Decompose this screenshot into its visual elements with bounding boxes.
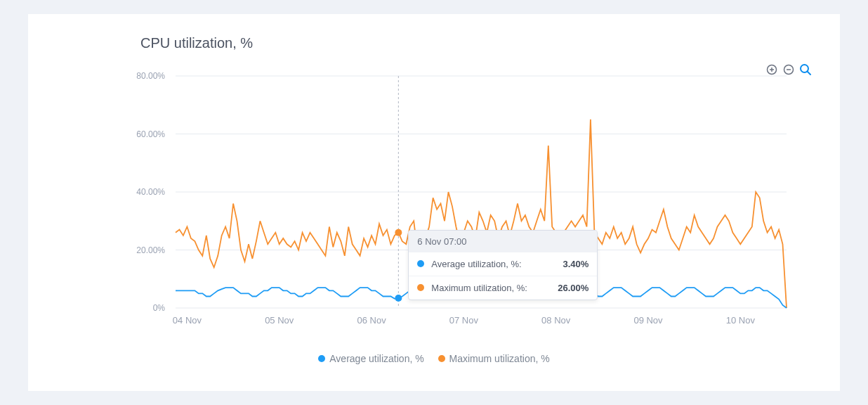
tooltip-row-max: Maximum utilization, %: 26.00% (409, 276, 597, 300)
dot-icon (438, 355, 445, 362)
tooltip-avg-label: Average utilization, %: (431, 259, 555, 269)
dot-icon (318, 355, 325, 362)
tooltip-avg-value: 3.40% (563, 259, 588, 269)
chart-tooltip: 6 Nov 07:00 Average utilization, %: 3.40… (408, 230, 598, 300)
chart-panel: CPU utilization, % 0%20.00%40.00%60.00%8… (28, 14, 840, 391)
svg-text:60.00%: 60.00% (136, 129, 165, 139)
svg-text:05 Nov: 05 Nov (265, 315, 294, 326)
dot-icon (417, 260, 424, 267)
tooltip-max-label: Maximum utilization, %: (431, 283, 551, 293)
legend-item-avg[interactable]: Average utilization, % (318, 353, 423, 364)
chart-legend: Average utilization, % Maximum utilizati… (56, 353, 812, 364)
svg-point-25 (395, 229, 402, 236)
dot-icon (417, 284, 424, 291)
chart-area[interactable]: 0%20.00%40.00%60.00%80.00%04 Nov05 Nov06… (56, 69, 812, 350)
tooltip-row-avg: Average utilization, %: 3.40% (409, 252, 597, 276)
svg-text:08 Nov: 08 Nov (541, 315, 571, 326)
tooltip-time: 6 Nov 07:00 (409, 231, 597, 252)
svg-text:80.00%: 80.00% (136, 71, 165, 81)
tooltip-max-value: 26.00% (558, 283, 588, 293)
svg-text:07 Nov: 07 Nov (449, 315, 479, 326)
svg-text:06 Nov: 06 Nov (357, 315, 386, 326)
svg-text:09 Nov: 09 Nov (633, 315, 663, 326)
chart-title: CPU utilization, % (140, 35, 812, 51)
svg-text:04 Nov: 04 Nov (173, 315, 202, 326)
legend-avg-label: Average utilization, % (329, 353, 423, 364)
svg-text:10 Nov: 10 Nov (726, 315, 756, 326)
legend-max-label: Maximum utilization, % (449, 353, 550, 364)
svg-text:20.00%: 20.00% (136, 245, 165, 255)
svg-point-26 (395, 295, 402, 302)
legend-item-max[interactable]: Maximum utilization, % (438, 353, 550, 364)
svg-text:40.00%: 40.00% (136, 187, 165, 197)
svg-text:0%: 0% (153, 303, 166, 313)
